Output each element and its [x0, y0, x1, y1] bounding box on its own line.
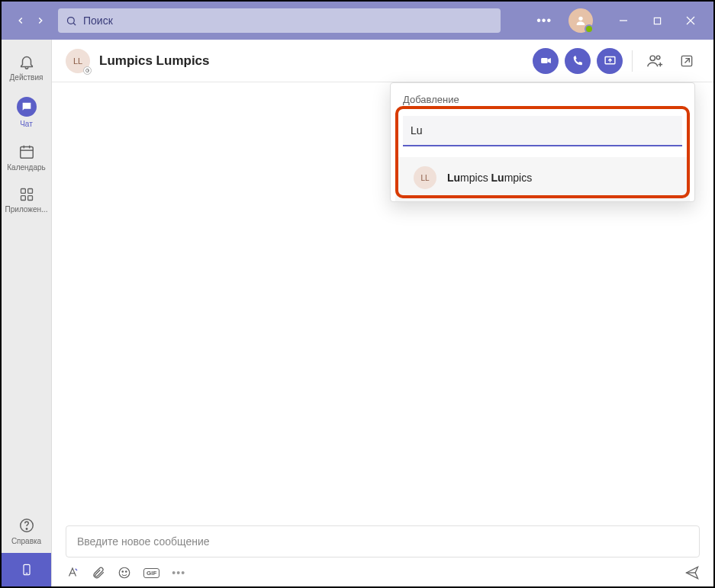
suggestion-name: Lumpics Lumpics: [447, 172, 532, 184]
apps-icon: [19, 187, 34, 202]
gif-button[interactable]: GIF: [143, 568, 159, 578]
svg-line-1: [73, 23, 76, 25]
add-people-button[interactable]: [642, 48, 668, 74]
rail-item-mobile[interactable]: [2, 553, 51, 586]
share-screen-button[interactable]: [597, 48, 623, 74]
svg-rect-12: [27, 189, 32, 194]
emoji-button[interactable]: [118, 566, 131, 580]
presence-offline-icon: [83, 66, 92, 75]
avatar-initials: LL: [73, 56, 82, 66]
chat-messages-area: Добавление LL Lumpics Lumpics: [52, 82, 713, 525]
current-user-avatar[interactable]: [568, 8, 593, 33]
rail-label: Действия: [10, 73, 43, 82]
popout-button[interactable]: [674, 48, 700, 74]
svg-rect-19: [541, 58, 548, 63]
rail-item-help[interactable]: Справка: [2, 509, 51, 553]
svg-point-32: [126, 571, 127, 573]
composer-toolbar: GIF •••: [66, 565, 700, 580]
message-input[interactable]: Введите новое сообщение: [66, 525, 700, 557]
svg-point-2: [578, 17, 582, 21]
svg-point-23: [650, 56, 655, 60]
chat-header-actions: [533, 48, 700, 74]
app-body: Действия Чат Календарь Приложен...: [2, 40, 713, 586]
app-rail: Действия Чат Календарь Приложен...: [2, 40, 52, 586]
suggestion-avatar: LL: [414, 166, 436, 189]
search-box[interactable]: [58, 8, 501, 33]
bell-icon: [18, 53, 35, 70]
chat-title: Lumpics Lumpics: [99, 53, 210, 69]
svg-point-31: [122, 571, 124, 573]
presence-available-icon: [585, 24, 594, 34]
rail-label: Календарь: [7, 163, 45, 172]
message-input-placeholder: Введите новое сообщение: [77, 535, 210, 548]
chat-icon: [17, 97, 37, 117]
popover-title: Добавление: [391, 94, 694, 110]
add-people-input[interactable]: [403, 116, 682, 146]
help-icon: [18, 517, 35, 534]
close-button[interactable]: [674, 8, 707, 33]
rail-item-apps[interactable]: Приложен...: [2, 181, 51, 220]
svg-point-16: [26, 529, 27, 529]
search-icon: [66, 15, 77, 27]
forward-button[interactable]: [35, 15, 46, 26]
svg-rect-7: [20, 147, 33, 159]
add-people-popover: Добавление LL Lumpics Lumpics: [390, 82, 695, 202]
message-composer: Введите новое сообщение GIF •••: [52, 525, 713, 586]
video-call-button[interactable]: [533, 48, 559, 74]
search-input[interactable]: [83, 14, 493, 27]
more-menu-button[interactable]: •••: [527, 14, 561, 27]
svg-marker-20: [547, 58, 550, 63]
svg-rect-13: [21, 196, 25, 201]
rail-label: Приложен...: [5, 205, 48, 214]
svg-line-28: [685, 58, 690, 63]
app-window: ••• Действия: [0, 0, 715, 588]
svg-point-30: [119, 567, 130, 578]
maximize-button[interactable]: [640, 8, 674, 33]
more-composer-button[interactable]: •••: [172, 567, 185, 579]
svg-point-24: [656, 56, 660, 59]
back-button[interactable]: [15, 15, 26, 26]
minimize-button[interactable]: [607, 8, 640, 33]
format-button[interactable]: [66, 566, 79, 580]
svg-rect-4: [654, 18, 660, 24]
titlebar: •••: [2, 2, 713, 40]
rail-label: Чат: [20, 120, 33, 128]
svg-rect-11: [21, 189, 25, 194]
svg-rect-14: [27, 196, 32, 201]
send-button[interactable]: [684, 565, 700, 580]
rail-item-chat[interactable]: Чат: [2, 91, 51, 134]
history-nav: [8, 15, 50, 26]
rail-item-calendar[interactable]: Календарь: [2, 137, 51, 178]
window-controls: [607, 8, 707, 33]
chat-avatar: LL: [66, 49, 90, 73]
calendar-icon: [18, 143, 35, 160]
attach-button[interactable]: [92, 566, 105, 580]
people-suggestion-row[interactable]: LL Lumpics Lumpics: [395, 157, 690, 201]
gif-icon: GIF: [143, 568, 159, 578]
rail-label: Справка: [11, 537, 41, 545]
chat-header: LL Lumpics Lumpics: [52, 40, 713, 82]
separator: [632, 50, 633, 72]
rail-item-activity[interactable]: Действия: [2, 47, 51, 88]
audio-call-button[interactable]: [565, 48, 591, 74]
mobile-icon: [21, 561, 33, 578]
svg-point-0: [68, 17, 75, 24]
chat-panel: LL Lumpics Lumpics: [52, 40, 713, 586]
